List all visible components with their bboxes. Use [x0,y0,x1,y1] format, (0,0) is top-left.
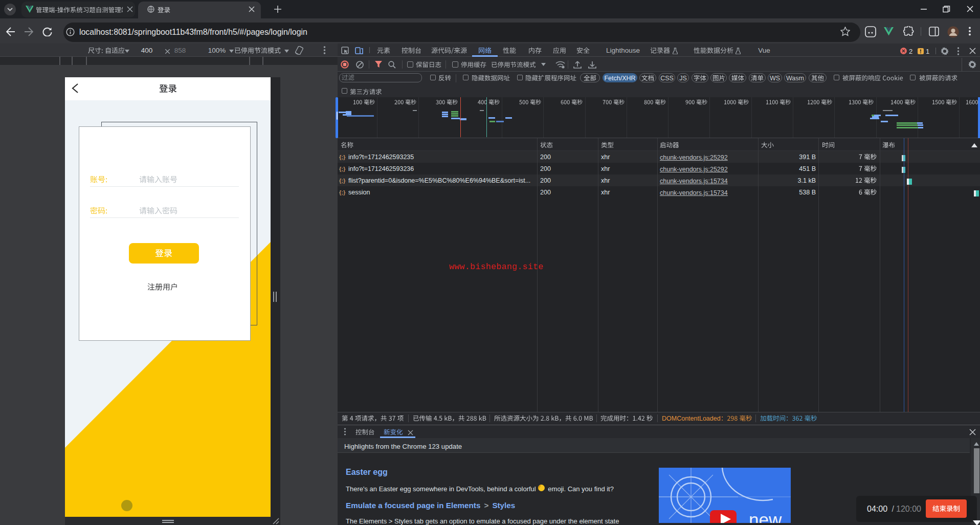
svg-text:new: new [749,510,782,523]
